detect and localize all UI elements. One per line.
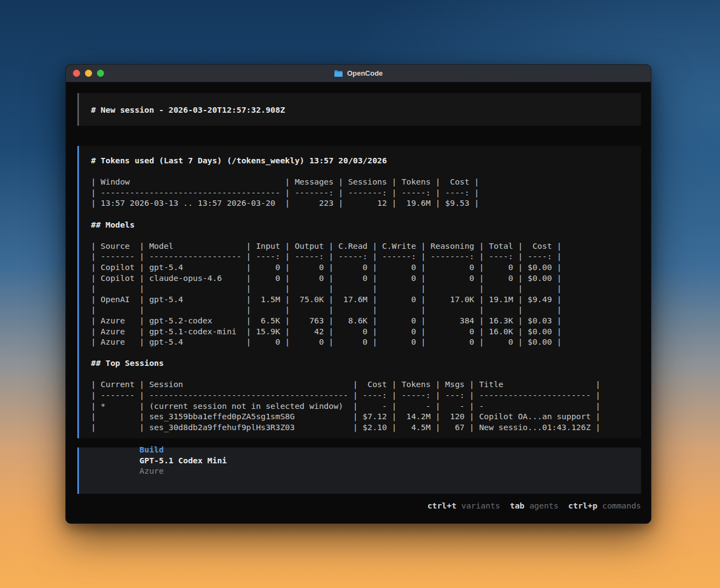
tokens-report-lines: # Tokens used (Last 7 Days) (/tokens_wee… bbox=[79, 155, 641, 432]
terminal-line: ## Models bbox=[79, 219, 641, 230]
terminal-line: | Azure | gpt-5.1-codex-mini | 15.9K | 4… bbox=[79, 326, 641, 337]
terminal-line: | Copilot | gpt-5.4 | 0 | 0 | 0 | 0 | 0 … bbox=[79, 262, 641, 273]
provider-label: Azure bbox=[139, 466, 164, 475]
traffic-lights bbox=[73, 70, 104, 77]
terminal-line bbox=[79, 347, 641, 358]
opencode-window: OpenCode # New session - 2026-03-20T12:5… bbox=[65, 64, 651, 524]
desktop-background: OpenCode # New session - 2026-03-20T12:5… bbox=[0, 0, 720, 588]
folder-icon bbox=[334, 70, 343, 77]
shortcut-hint: tab agents bbox=[510, 501, 558, 510]
terminal-line: | ------- | ------------------- | ----: … bbox=[79, 251, 641, 262]
session-header-text: # New session - 2026-03-20T12:57:32.908Z bbox=[79, 105, 285, 114]
terminal-line bbox=[79, 230, 641, 241]
terminal-line bbox=[79, 369, 641, 379]
model-name-label: GPT-5.1 Codex Mini bbox=[139, 456, 227, 465]
shortcut-key: ctrl+t bbox=[428, 501, 456, 510]
status-bar: ctrl+t variantstab agentsctrl+p commands bbox=[77, 494, 641, 524]
agent-mode-label[interactable]: Build bbox=[139, 445, 164, 454]
terminal-line: | * | (current session not in selected w… bbox=[79, 401, 641, 412]
terminal-line: | ------------------------------------- … bbox=[79, 187, 641, 198]
shortcut-label: agents bbox=[524, 501, 558, 510]
terminal-line: | OpenAI | gpt-5.4 | 1.5M | 75.0K | 17.6… bbox=[79, 294, 641, 305]
terminal-line: | | | | | | | | | | bbox=[79, 304, 641, 315]
terminal-line: | Current | Session | Cost | Tokens | Ms… bbox=[79, 379, 641, 390]
shortcut-label: variants bbox=[456, 501, 500, 510]
fullscreen-button[interactable] bbox=[97, 70, 104, 77]
terminal-line: ## Top Sessions bbox=[79, 358, 641, 369]
terminal-line: | Copilot | claude-opus-4.6 | 0 | 0 | 0 … bbox=[79, 273, 641, 284]
tokens-report-block: # Tokens used (Last 7 Days) (/tokens_wee… bbox=[77, 146, 641, 438]
close-button[interactable] bbox=[73, 70, 80, 77]
terminal-line: | Azure | gpt-5.4 | 0 | 0 | 0 | 0 | 0 | … bbox=[79, 336, 641, 347]
minimize-button[interactable] bbox=[85, 70, 92, 77]
shortcut-hint: ctrl+t variants bbox=[428, 501, 501, 510]
terminal-line: # Tokens used (Last 7 Days) (/tokens_wee… bbox=[79, 155, 641, 166]
terminal-line: | | ses_3159bba1effed0pZA5sg1smS8G | $7.… bbox=[79, 411, 641, 422]
terminal-line: | | | | | | | | | | bbox=[79, 283, 641, 294]
session-header-block: # New session - 2026-03-20T12:57:32.908Z bbox=[77, 93, 641, 126]
prompt-input[interactable]: Build GPT-5.1 Codex Mini Azure bbox=[77, 448, 641, 494]
terminal-line: | Source | Model | Input | Output | C.Re… bbox=[79, 241, 641, 252]
terminal-line: | | ses_30d8db2a9ffehuf9plHs3R3Z03 | $2.… bbox=[79, 422, 641, 433]
shortcut-label: commands bbox=[597, 501, 641, 510]
shortcut-hint: ctrl+p commands bbox=[568, 501, 641, 510]
terminal-line: | 13:57 2026-03-13 .. 13:57 2026-03-20 |… bbox=[79, 198, 641, 209]
shortcut-key: tab bbox=[510, 501, 524, 510]
window-title-text: OpenCode bbox=[347, 69, 383, 77]
terminal-line bbox=[79, 209, 641, 219]
terminal-line: | Azure | gpt-5.2-codex | 6.5K | 763 | 8… bbox=[79, 315, 641, 326]
terminal-line bbox=[79, 166, 641, 177]
terminal-line: | Window | Messages | Sessions | Tokens … bbox=[79, 176, 641, 187]
terminal-line: | ------- | ----------------------------… bbox=[79, 390, 641, 401]
window-titlebar[interactable]: OpenCode bbox=[66, 65, 651, 82]
shortcut-key: ctrl+p bbox=[568, 501, 597, 510]
terminal-content[interactable]: # New session - 2026-03-20T12:57:32.908Z… bbox=[66, 93, 651, 524]
window-title: OpenCode bbox=[66, 65, 651, 82]
input-status-row: Build GPT-5.1 Codex Mini Azure bbox=[91, 433, 231, 487]
